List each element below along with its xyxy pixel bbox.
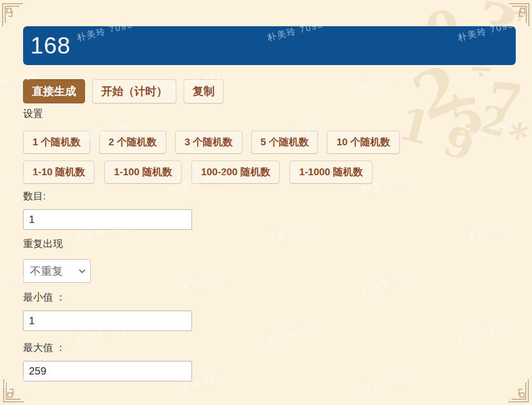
count-label: 数目: (23, 189, 516, 203)
preset-5-random-button[interactable]: 5 个随机数 (251, 131, 318, 154)
preset-range-100-200-button[interactable]: 100-200 随机数 (191, 161, 280, 184)
preset-count-row: 1 个随机数 2 个随机数 3 个随机数 5 个随机数 10 个随机数 (23, 131, 516, 154)
preset-10-random-button[interactable]: 10 个随机数 (327, 131, 399, 154)
preset-1-random-button[interactable]: 1 个随机数 (23, 131, 90, 154)
preset-range-1-10-button[interactable]: 1-10 随机数 (23, 161, 94, 184)
preset-range-1-100-button[interactable]: 1-100 随机数 (104, 161, 182, 184)
copy-button[interactable]: 复制 (184, 79, 224, 103)
min-label: 最小值 ： (23, 291, 516, 304)
action-buttons-row: 直接生成 开始（计时） 复制 (23, 79, 516, 103)
result-value: 168 (30, 33, 70, 59)
max-input[interactable] (23, 361, 192, 381)
repeat-label: 重复出现 (23, 237, 516, 251)
corner-ornament-bottom-right (507, 379, 529, 403)
result-display: 168 (23, 26, 516, 65)
min-input[interactable] (23, 311, 192, 331)
start-timer-button[interactable]: 开始（计时） (92, 79, 176, 103)
corner-ornament-bottom-left (3, 379, 25, 403)
count-input[interactable] (23, 209, 192, 230)
corner-ornament-top-left (2, 2, 24, 27)
random-number-generator-page: { "result": { "value": "168" }, "actions… (0, 0, 532, 405)
generator-panel: 168 直接生成 开始（计时） 复制 设置 1 个随机数 2 个随机数 3 个随… (23, 0, 516, 381)
generate-button[interactable]: 直接生成 (23, 79, 85, 103)
preset-2-random-button[interactable]: 2 个随机数 (99, 131, 166, 154)
max-label: 最大值 ： (23, 341, 516, 355)
settings-title: 设置 (23, 107, 516, 121)
preset-range-1-1000-button[interactable]: 1-1000 随机数 (290, 161, 372, 184)
repeat-select-wrap: 不重复 (23, 259, 91, 283)
preset-3-random-button[interactable]: 3 个随机数 (175, 131, 242, 154)
preset-range-row: 1-10 随机数 1-100 随机数 100-200 随机数 1-1000 随机… (23, 161, 516, 184)
repeat-select[interactable]: 不重复 (24, 260, 90, 282)
